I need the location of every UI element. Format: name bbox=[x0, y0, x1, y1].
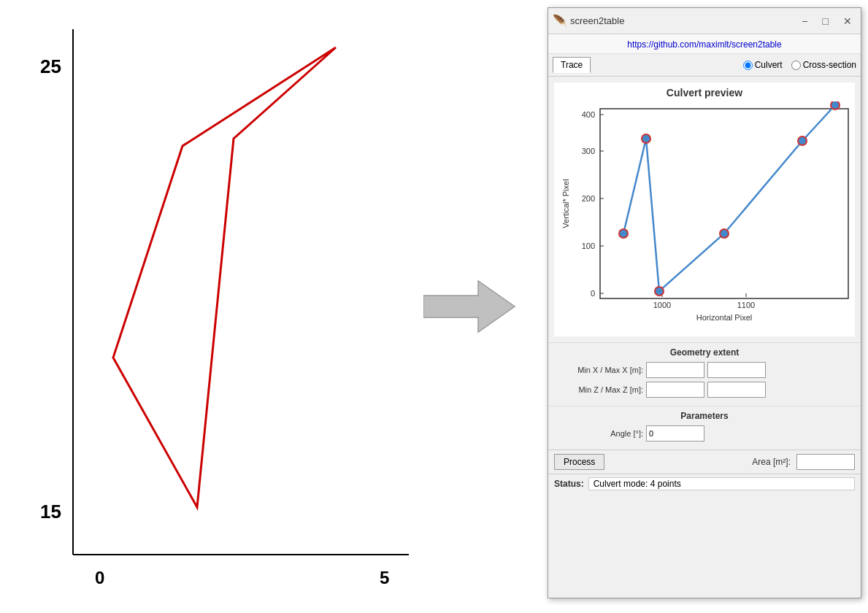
min-max-x-label: Min X / Max X [m]: bbox=[556, 366, 643, 374]
min-max-z-label: Min Z / Max Z [m]: bbox=[556, 385, 643, 394]
data-point-1 bbox=[619, 229, 628, 238]
url-link[interactable]: https://github.com/maximlt/screen2table bbox=[627, 39, 781, 50]
left-chart-area: 25 15 0 5 bbox=[0, 0, 496, 613]
window-title: screen2table bbox=[570, 15, 624, 26]
status-label: Status: bbox=[554, 479, 584, 489]
geometry-section: Geometry extent Min X / Max X [m]: Min Z… bbox=[548, 342, 861, 406]
geometry-section-title: Geometry extent bbox=[556, 347, 853, 358]
title-bar: 🪶 screen2table − □ ✕ bbox=[548, 8, 861, 34]
chart-title: Culvert preview bbox=[554, 82, 855, 101]
svg-text:200: 200 bbox=[582, 194, 595, 203]
culvert-chart-svg: 0 100 200 300 400 1000 11 bbox=[560, 101, 859, 328]
angle-input[interactable] bbox=[646, 425, 704, 442]
svg-rect-2 bbox=[600, 109, 848, 298]
radio-cross-section[interactable]: Cross-section bbox=[791, 60, 856, 70]
data-point-4 bbox=[720, 229, 729, 238]
area-label: Area [m²]: bbox=[752, 457, 791, 467]
mode-radio-group: Culvert Cross-section bbox=[743, 60, 856, 70]
x-label-5: 5 bbox=[380, 568, 389, 587]
y-label-15: 15 bbox=[40, 501, 61, 523]
y-axis-label: Vertical* Pixel bbox=[561, 179, 570, 228]
bottom-row: Process Area [m²]: bbox=[548, 450, 861, 474]
svg-text:1100: 1100 bbox=[737, 301, 755, 309]
tab-trace[interactable]: Trace bbox=[553, 57, 591, 73]
status-value: Culvert mode: 4 points bbox=[588, 477, 855, 490]
x-axis-label: Horizontal Pixel bbox=[696, 313, 752, 322]
arrow-shape bbox=[423, 281, 515, 332]
radio-cross-section-input[interactable] bbox=[791, 61, 801, 70]
parameters-section: Parameters Angle [°]: bbox=[548, 406, 861, 450]
tabs-row: Trace Culvert Cross-section bbox=[548, 54, 861, 77]
arrow-container bbox=[423, 277, 511, 328]
min-x-input[interactable] bbox=[646, 362, 704, 378]
min-max-z-row: Min Z / Max Z [m]: bbox=[556, 382, 853, 398]
svg-text:400: 400 bbox=[582, 110, 595, 119]
app-icon: 🪶 bbox=[554, 15, 566, 27]
title-bar-left: 🪶 screen2table bbox=[554, 15, 624, 27]
parameters-section-title: Parameters bbox=[556, 411, 853, 421]
radio-culvert-label: Culvert bbox=[755, 60, 783, 70]
svg-text:0: 0 bbox=[591, 289, 595, 298]
angle-label: Angle [°]: bbox=[556, 429, 643, 438]
close-button[interactable]: ✕ bbox=[840, 15, 855, 27]
svg-text:300: 300 bbox=[582, 147, 595, 155]
svg-text:100: 100 bbox=[582, 242, 595, 250]
maximize-button[interactable]: □ bbox=[820, 15, 831, 27]
url-bar: https://github.com/maximlt/screen2table bbox=[548, 34, 861, 54]
data-point-2 bbox=[642, 134, 650, 143]
minimize-button[interactable]: − bbox=[799, 15, 810, 27]
chart-svg-container: 0 100 200 300 400 1000 11 bbox=[554, 101, 855, 336]
data-point-6 bbox=[831, 101, 840, 109]
data-point-3 bbox=[655, 287, 664, 296]
radio-cross-section-label: Cross-section bbox=[803, 60, 856, 70]
min-z-input[interactable] bbox=[646, 382, 704, 398]
process-button[interactable]: Process bbox=[554, 454, 604, 470]
radio-culvert[interactable]: Culvert bbox=[743, 60, 783, 70]
red-polygon bbox=[113, 47, 336, 507]
svg-text:1000: 1000 bbox=[653, 301, 671, 309]
max-x-input[interactable] bbox=[707, 362, 766, 378]
x-label-0: 0 bbox=[95, 568, 104, 587]
y-label-25: 25 bbox=[40, 55, 61, 77]
max-z-input[interactable] bbox=[707, 382, 766, 398]
chart-area: Culvert preview 0 100 200 300 400 bbox=[554, 82, 855, 336]
left-chart-svg: 25 15 0 5 bbox=[0, 0, 496, 613]
title-bar-controls[interactable]: − □ ✕ bbox=[799, 15, 855, 27]
radio-culvert-input[interactable] bbox=[743, 61, 753, 70]
angle-row: Angle [°]: bbox=[556, 425, 853, 442]
min-max-x-row: Min X / Max X [m]: bbox=[556, 362, 853, 378]
arrow-svg bbox=[423, 277, 518, 336]
area-input[interactable] bbox=[796, 454, 855, 470]
status-bar: Status: Culvert mode: 4 points bbox=[548, 474, 861, 493]
right-panel: 🪶 screen2table − □ ✕ https://github.com/… bbox=[548, 7, 861, 598]
data-point-5 bbox=[798, 136, 807, 145]
